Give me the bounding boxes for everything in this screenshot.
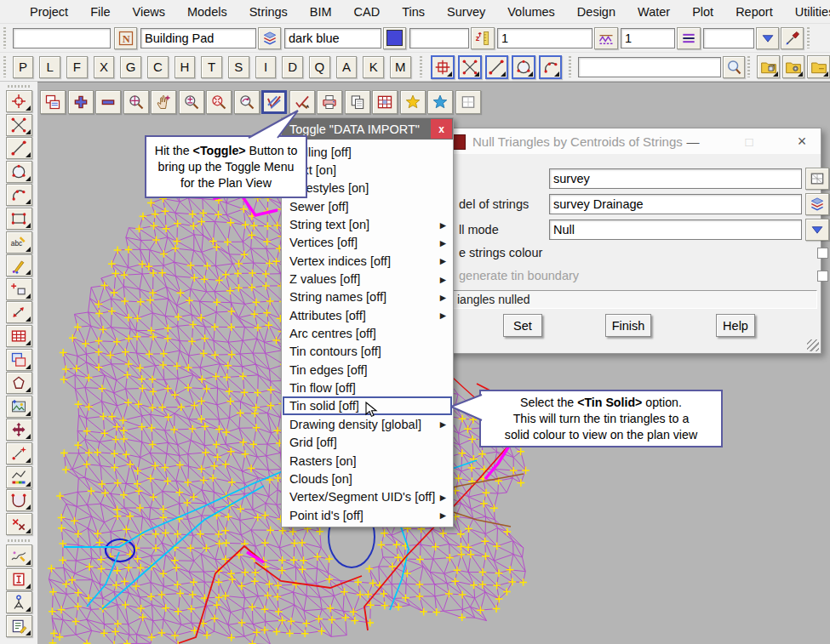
generate-tin-boundary-checkbox[interactable] — [817, 271, 828, 282]
snap-arc-button[interactable] — [539, 55, 563, 79]
colour-swatch-button[interactable] — [383, 27, 406, 49]
menu-item-tin-flow[interactable]: Tin flow [off] — [282, 379, 453, 396]
names-button[interactable]: N — [114, 27, 137, 49]
image-tool-button[interactable] — [6, 396, 32, 418]
windows-tool-button[interactable] — [6, 349, 32, 371]
name-input[interactable] — [140, 28, 256, 48]
table-tool-button[interactable] — [6, 325, 32, 347]
model-select-button[interactable] — [805, 193, 829, 215]
snap-point-button[interactable] — [458, 55, 482, 79]
key-d-button[interactable]: D — [282, 56, 303, 78]
menu-report[interactable]: Report — [724, 5, 784, 19]
weight-input[interactable] — [621, 28, 675, 48]
plot-button[interactable] — [317, 90, 342, 114]
menu-item-arc-centres[interactable]: Arc centres [off] — [282, 324, 453, 342]
window-frame-button[interactable] — [455, 90, 481, 114]
snap-circle-button[interactable] — [512, 55, 535, 79]
menu-plot[interactable]: Plot — [681, 5, 724, 19]
key-l-button[interactable]: L — [39, 56, 60, 78]
cascade-views-button[interactable] — [40, 90, 66, 114]
ibeam-tool-button[interactable] — [6, 568, 32, 590]
key-m-button[interactable]: M — [390, 56, 411, 78]
model-of-strings-input[interactable] — [549, 194, 802, 214]
linestyle-input[interactable] — [497, 28, 592, 48]
dropdown-button[interactable] — [756, 27, 779, 49]
use-strings-colour-checkbox[interactable] — [817, 248, 828, 259]
menu-item-vertex-indices[interactable]: Vertex indices [off]▶ — [282, 252, 453, 270]
point-line-tool-button[interactable] — [6, 442, 32, 464]
polygon-tool-button[interactable] — [6, 372, 32, 394]
menu-item-grid[interactable]: Grid [off] — [282, 434, 453, 452]
eyedropper-button[interactable] — [781, 27, 804, 49]
close-button[interactable]: × — [787, 128, 816, 154]
menu-volumes[interactable]: Volumes — [496, 5, 566, 19]
target-tool-button[interactable] — [6, 90, 32, 112]
menu-item-clouds[interactable]: Clouds [on] — [282, 470, 453, 487]
folder-cube-button[interactable] — [757, 55, 780, 78]
menu-item-string-text[interactable]: String text [on]▶ — [282, 215, 453, 233]
menu-item-point-ids[interactable]: Point id's [off]▶ — [282, 506, 453, 524]
favourite-blue-button[interactable] — [427, 90, 453, 114]
menu-item-string-names[interactable]: String names [off]▶ — [282, 288, 453, 306]
key-s-button[interactable]: S — [228, 56, 249, 78]
zoom-shrink-button[interactable] — [206, 90, 232, 114]
grid-window-button[interactable] — [372, 90, 398, 114]
model-select-button[interactable] — [258, 27, 281, 49]
favourite-button[interactable] — [400, 90, 426, 114]
search-input[interactable] — [578, 57, 721, 77]
key-f-button[interactable]: F — [66, 56, 88, 78]
set-button[interactable]: Set — [503, 314, 542, 337]
text-tool-button[interactable]: abc — [6, 231, 32, 254]
add-view-button[interactable] — [68, 90, 94, 114]
point-rect-tool-button[interactable] — [6, 278, 32, 300]
arc-tool-button[interactable] — [6, 184, 32, 206]
pan-button[interactable] — [151, 90, 176, 114]
folder-gear-button[interactable] — [782, 55, 805, 78]
null-mode-dropdown-button[interactable] — [805, 219, 829, 241]
menu-item-tin-edges[interactable]: Tin edges [off] — [282, 361, 453, 379]
tin-input[interactable] — [549, 168, 802, 189]
colour-input[interactable] — [284, 28, 381, 48]
menu-item-culling[interactable]: Culling [off] — [282, 143, 453, 161]
line-tool-button[interactable] — [6, 137, 32, 159]
polyline-tool-button[interactable] — [6, 466, 32, 488]
snap-target-button[interactable] — [431, 55, 455, 79]
menu-item-linestyles[interactable]: Linestyles [on] — [282, 180, 453, 197]
null-mode-input[interactable] — [549, 219, 802, 240]
copy-button[interactable] — [345, 90, 370, 114]
zoom-extents-button[interactable] — [123, 90, 149, 114]
remove-view-button[interactable] — [95, 90, 121, 114]
menu-item-rasters[interactable]: Rasters [on] — [282, 452, 453, 470]
survey-tool-button[interactable] — [6, 591, 32, 613]
key-h-button[interactable]: H — [175, 56, 196, 78]
menu-item-sewer[interactable]: Sewer [off] — [282, 197, 453, 215]
snap-line-button[interactable] — [485, 55, 509, 79]
move-tool-button[interactable] — [6, 419, 32, 441]
menu-file[interactable]: File — [79, 5, 121, 19]
key-q-button[interactable]: Q — [309, 56, 330, 78]
notepad-tool-button[interactable] — [6, 615, 32, 637]
menu-strings[interactable]: Strings — [238, 5, 299, 19]
key-a-button[interactable]: A — [336, 56, 358, 78]
help-button[interactable]: Help — [716, 314, 755, 337]
key-k-button[interactable]: K — [363, 56, 384, 78]
key-x-button[interactable]: X — [94, 56, 115, 78]
menu-cad[interactable]: CAD — [343, 5, 392, 19]
point-tool-button[interactable] — [6, 114, 32, 136]
menu-models[interactable]: Models — [176, 5, 238, 19]
menu-design[interactable]: Design — [566, 5, 627, 19]
menu-water[interactable]: Water — [627, 5, 681, 19]
key-g-button[interactable]: G — [120, 56, 141, 78]
search-button[interactable] — [723, 56, 745, 78]
u-polygon-tool-button[interactable] — [6, 489, 32, 511]
menu-item-attributes[interactable]: Attributes [off]▶ — [282, 306, 453, 324]
field4-input[interactable] — [409, 28, 469, 48]
brush-tool-button[interactable] — [6, 254, 32, 276]
folder-button[interactable] — [807, 55, 830, 78]
menu-views[interactable]: Views — [122, 5, 176, 19]
menu-utilities[interactable]: Utilities — [784, 5, 830, 19]
weight-button[interactable] — [677, 27, 701, 49]
circle-tool-button[interactable] — [6, 161, 32, 183]
minimize-button[interactable]: — — [678, 128, 707, 154]
key-c-button[interactable]: C — [147, 56, 169, 78]
